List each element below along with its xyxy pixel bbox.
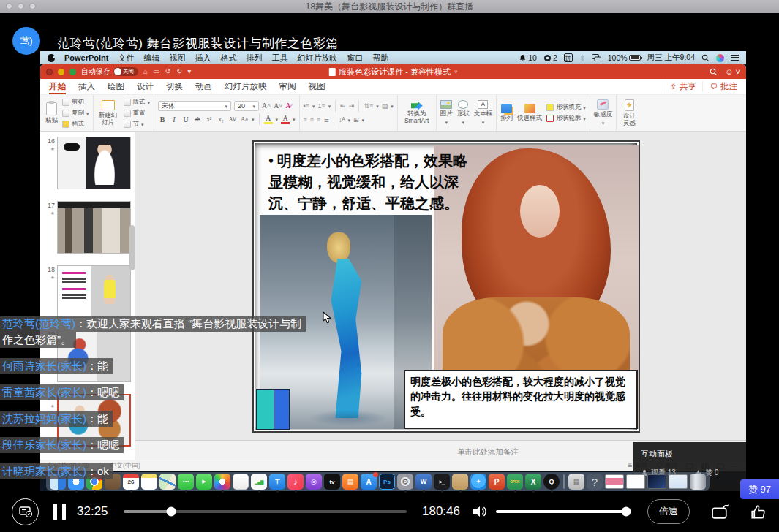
highlight-button[interactable]: A [264, 114, 273, 124]
pp-zoom-button[interactable] [69, 69, 76, 75]
shape-fill-button[interactable]: 形状填充 [546, 103, 586, 112]
excel-icon[interactable]: X [525, 474, 541, 490]
redo-icon[interactable]: ↻ [176, 68, 182, 75]
file-drawer-icon[interactable]: ▤ [568, 474, 584, 490]
change-case-button[interactable]: Aa [240, 116, 249, 123]
home-icon[interactable]: ⌂ [143, 68, 148, 75]
character-spacing-button[interactable]: AV [228, 116, 237, 123]
battery-status[interactable]: 100% [608, 53, 641, 62]
books-icon[interactable]: ▤ [342, 474, 358, 490]
align-center-icon[interactable] [310, 117, 314, 123]
insert-shape-button[interactable]: 形状 [457, 100, 470, 126]
slide-caption-text[interactable]: 明度差极小的色彩搭配，较大程度的减小了视觉的冲击力。往往用材料的变化拉大明度的视… [404, 370, 638, 429]
comments-button[interactable]: 批注 [702, 81, 737, 92]
italic-button[interactable]: I [170, 115, 178, 123]
font-name-select[interactable]: 宋体 [158, 101, 231, 111]
search-icon[interactable] [701, 54, 710, 62]
pp-minimize-button[interactable] [58, 69, 64, 75]
qq-icon[interactable]: Q [543, 474, 560, 490]
word-icon[interactable]: W [415, 474, 432, 490]
apple-tv-icon[interactable]: tv [324, 474, 340, 490]
dock-divider[interactable] [563, 474, 565, 489]
share-button[interactable]: 共享 [663, 81, 696, 92]
menubar-app-name[interactable]: PowerPoint [64, 53, 109, 62]
bold-button[interactable]: B [158, 115, 167, 123]
bullets-icon[interactable] [304, 103, 309, 110]
menubar-item[interactable]: 视图 [170, 53, 186, 64]
like-badge[interactable]: 赞 97 [740, 479, 779, 499]
archive-utility-icon[interactable] [452, 474, 468, 490]
font-size-select[interactable]: 20 [234, 101, 259, 111]
danmaku-settings-button[interactable] [12, 498, 39, 525]
window-minimize-button[interactable] [18, 3, 24, 10]
new-slide-button[interactable]: 新建幻灯片 [97, 100, 119, 126]
volume-slider[interactable] [496, 510, 626, 513]
dingtalk-icon[interactable]: ✦ [470, 474, 486, 490]
convert-to-smartart-button[interactable]: 转换为SmartArt [402, 102, 432, 125]
pip-button[interactable] [711, 503, 731, 520]
playback-speed-button[interactable]: 倍速 [647, 499, 690, 524]
app-store-icon[interactable]: A [361, 474, 377, 490]
decrease-indent-icon[interactable] [340, 103, 346, 110]
pp-search-icon[interactable] [710, 68, 718, 76]
ribbon-tab[interactable]: 切换 [166, 79, 183, 94]
slide-thumbnail[interactable] [57, 137, 131, 189]
ribbon-tab[interactable]: 绘图 [108, 79, 124, 94]
input-method-icon[interactable]: 拼 [564, 53, 573, 62]
underline-button[interactable]: U [181, 115, 190, 123]
ribbon-tab[interactable]: 审阅 [279, 79, 296, 94]
missing-app-icon[interactable]: ? [587, 474, 603, 490]
slide-thumbnail[interactable] [57, 265, 131, 318]
minimized-window-2[interactable] [626, 474, 645, 489]
arrange-button[interactable]: 排列 [500, 104, 513, 122]
save-icon[interactable]: ▭ [153, 68, 159, 75]
ribbon-tab[interactable]: 视图 [309, 79, 325, 94]
menubar-item[interactable]: 插入 [195, 53, 211, 64]
ribbon-tab[interactable]: 动画 [195, 79, 212, 94]
ribbon-tab[interactable]: 插入 [78, 79, 95, 94]
design-ideas-button[interactable]: 设计灵感 [620, 99, 638, 127]
menubar-item[interactable]: 编辑 [144, 53, 160, 64]
shape-outline-button[interactable]: 形状轮廓 [546, 114, 586, 123]
notification-bell-status[interactable]: 10 [519, 53, 537, 62]
grow-font-icon[interactable]: A˄ [262, 102, 271, 110]
bluetooth-icon[interactable] [579, 54, 585, 62]
justify-icon[interactable] [323, 117, 329, 123]
menubar-item[interactable]: 幻灯片放映 [298, 53, 338, 64]
menubar-item[interactable]: 帮助 [373, 53, 389, 64]
ribbon-tab[interactable]: 设计 [137, 79, 154, 94]
quick-styles-button[interactable]: 快速样式 [517, 104, 542, 122]
reset-button[interactable]: 重置 [124, 109, 151, 118]
subscript-button[interactable]: x₂ [217, 116, 225, 123]
clear-format-icon[interactable]: A̷ [285, 102, 290, 110]
progress-bar[interactable] [124, 510, 407, 513]
copy-button[interactable]: 复制 [62, 109, 89, 118]
photoshop-icon[interactable]: Ps [379, 474, 395, 490]
screen-mirroring-icon[interactable] [592, 54, 601, 61]
progress-handle[interactable] [167, 507, 176, 517]
text-direction-icon[interactable] [339, 117, 345, 123]
numbering-icon[interactable] [318, 103, 325, 110]
slide-thumbnail[interactable] [57, 201, 131, 254]
volume-handle[interactable] [622, 507, 631, 517]
smiley-feedback-icon[interactable]: ☺ ˅ [725, 67, 740, 76]
superscript-button[interactable]: x² [205, 116, 214, 123]
format-painter-button[interactable]: 格式 [62, 120, 89, 129]
siri-icon[interactable] [716, 54, 724, 62]
increase-indent-icon[interactable] [349, 103, 355, 110]
trash-icon[interactable] [690, 474, 706, 490]
cut-button[interactable]: 剪切 [62, 98, 89, 107]
minimized-window-1[interactable] [605, 474, 624, 489]
section-button[interactable]: 节 [124, 120, 151, 129]
pp-close-button[interactable] [46, 69, 53, 75]
sensitivity-button[interactable]: 敏感度 [594, 99, 613, 127]
update-status[interactable]: 2 [543, 53, 557, 62]
minimized-window-3[interactable] [647, 474, 666, 489]
menubar-item[interactable]: 工具 [272, 53, 288, 64]
terminal-icon[interactable]: >_ [434, 474, 450, 490]
window-close-button[interactable] [6, 3, 12, 10]
ribbon-tab[interactable]: 幻灯片放映 [225, 79, 267, 94]
menubar-clock[interactable]: 周三 上午9:04 [647, 53, 695, 63]
line-spacing-icon[interactable] [364, 103, 373, 110]
strikethrough-button[interactable]: ab [193, 116, 202, 123]
